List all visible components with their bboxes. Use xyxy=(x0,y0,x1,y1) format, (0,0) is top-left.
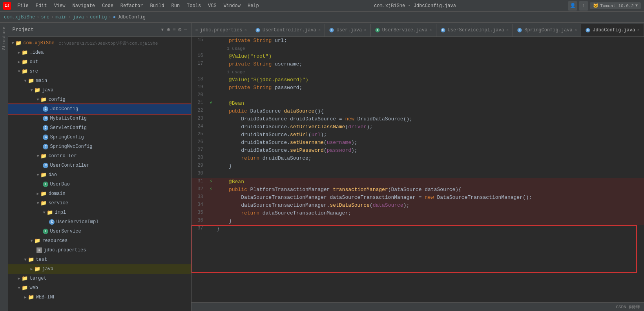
arrow-target xyxy=(18,276,20,281)
tab-user[interactable]: C User.java × xyxy=(325,24,370,36)
tree-resources[interactable]: 📁 resources xyxy=(8,236,191,246)
sidebar-settings-icon[interactable]: ⚙ xyxy=(178,26,181,33)
menu-bar[interactable]: File Edit View Navigate Code Refactor Bu… xyxy=(14,2,262,9)
project-tree[interactable]: 📁 com.xjBiShe C:\Users\17512\Desktop\毕设\… xyxy=(8,37,191,311)
tree-userdao[interactable]: I UserDao xyxy=(8,180,191,189)
sidebar-collapse-icon[interactable]: ≡ xyxy=(173,26,176,33)
tree-servletconfig[interactable]: C ServletConfig xyxy=(8,123,191,133)
tree-src[interactable]: 📁 src xyxy=(8,67,191,76)
code-line-29: 29 } xyxy=(192,162,644,170)
tomcat-badge[interactable]: 🐱 Tomcat 10.0.2 ▼ xyxy=(590,2,641,9)
sidebar-hide-icon[interactable]: − xyxy=(184,26,187,33)
code-line-21: 21 ⚡ @Bean xyxy=(192,100,644,107)
tree-test-java[interactable]: 📁 java xyxy=(8,264,191,274)
tab-jdbc-properties[interactable]: ≡ jdbc.properties × xyxy=(192,24,251,36)
tree-domain[interactable]: 📁 domain xyxy=(8,189,191,198)
menu-code[interactable]: Code xyxy=(99,2,117,9)
arrow-service xyxy=(36,201,39,206)
code-line-36: 36 } xyxy=(192,217,644,225)
tree-userservice[interactable]: I UserService xyxy=(8,227,191,236)
menu-run[interactable]: Run xyxy=(168,2,183,9)
breadcrumb-java[interactable]: java xyxy=(73,15,84,20)
menu-edit[interactable]: Edit xyxy=(33,2,50,9)
tree-main[interactable]: 📁 main xyxy=(8,76,191,85)
tree-webinf[interactable]: 📁 WEB-INF xyxy=(8,293,191,302)
tree-java[interactable]: 📁 java xyxy=(8,85,191,95)
sidebar-locate-icon[interactable]: ⊕ xyxy=(167,26,170,33)
menu-build[interactable]: Build xyxy=(147,2,167,9)
arrow-main xyxy=(24,79,26,83)
tab-close-userserviceimpl[interactable]: × xyxy=(506,28,509,33)
tree-jdbcproperties[interactable]: ≡ jdbc.properties xyxy=(8,246,191,255)
tree-test[interactable]: 📁 test xyxy=(8,255,191,264)
tree-mybatisconfig[interactable]: C MybatisConfig xyxy=(8,114,191,123)
tree-jdbcconfig[interactable]: C JdbcConfig xyxy=(8,104,191,114)
tree-springconfig[interactable]: C SpringConfig xyxy=(8,133,191,142)
arrow-domain xyxy=(36,191,39,196)
profile-icon[interactable]: 👤 xyxy=(568,1,577,11)
tree-dao[interactable]: 📁 dao xyxy=(8,170,191,180)
tab-user-label: User.java xyxy=(336,27,362,33)
menu-vcs[interactable]: VCS xyxy=(205,2,220,9)
tree-web[interactable]: 📁 web xyxy=(8,283,191,293)
breadcrumb-src[interactable]: src xyxy=(41,15,49,20)
code-editor[interactable]: 15 private String url; 1 usage 16 xyxy=(192,37,644,302)
breadcrumb-main[interactable]: main xyxy=(55,15,67,20)
breadcrumb-config[interactable]: config xyxy=(90,15,107,20)
menu-refactor[interactable]: Refactor xyxy=(117,2,146,9)
editor-tabs[interactable]: ≡ jdbc.properties × C UserController.jav… xyxy=(192,23,644,37)
tree-out[interactable]: 📁 out xyxy=(8,57,191,67)
menu-window[interactable]: Window xyxy=(221,2,244,9)
menu-help[interactable]: Help xyxy=(244,2,262,9)
tree-out-label: out xyxy=(29,59,38,65)
tree-controller[interactable]: 📁 controller xyxy=(8,151,191,161)
tree-userserviceimpl[interactable]: C UserServiceImpl xyxy=(8,217,191,227)
tree-usercontroller[interactable]: C UserController xyxy=(8,161,191,170)
tab-close-springconfig[interactable]: × xyxy=(575,28,577,33)
tree-service-label: service xyxy=(48,200,68,206)
menu-navigate[interactable]: Navigate xyxy=(69,2,98,9)
tab-close-jdbcconfig[interactable]: × xyxy=(637,28,640,33)
arrow-src xyxy=(18,69,20,74)
tab-jdbcconfig[interactable]: C JdbcConfig.java × xyxy=(581,24,644,36)
tree-target[interactable]: 📁 target xyxy=(8,274,191,283)
tree-service[interactable]: 📁 service xyxy=(8,198,191,208)
update-icon[interactable]: ↑ xyxy=(579,1,588,11)
class-icon-jdbcconfig: C xyxy=(43,106,48,112)
class-icon-servlet: C xyxy=(43,125,48,131)
structure-tab[interactable]: Structure xyxy=(0,23,8,311)
arrow-resources xyxy=(30,239,33,243)
tab-close-jdbc[interactable]: × xyxy=(244,28,247,33)
tree-idea[interactable]: 📁 .idea xyxy=(8,48,191,57)
class-icon-springmvc: C xyxy=(43,144,48,149)
tab-springconfig[interactable]: C SpringConfig.java × xyxy=(513,24,581,36)
tree-main-label: main xyxy=(36,78,47,84)
tab-userservice[interactable]: I UserService.java × xyxy=(371,24,436,36)
code-line-17: 17 private String username; xyxy=(192,60,644,68)
tree-root[interactable]: 📁 com.xjBiShe C:\Users\17512\Desktop\毕设\… xyxy=(8,38,191,48)
menu-tools[interactable]: Tools xyxy=(184,2,204,9)
tree-impl[interactable]: 📁 impl xyxy=(8,208,191,217)
menu-file[interactable]: File xyxy=(14,2,32,9)
tab-usercontroller-label: UserController.java xyxy=(263,27,316,33)
tab-userserviceimpl[interactable]: C UserServiceImpl.java × xyxy=(436,24,513,36)
tab-usercontroller[interactable]: C UserController.java × xyxy=(251,24,325,36)
menu-view[interactable]: View xyxy=(51,2,69,9)
tab-close-usercontroller[interactable]: × xyxy=(318,28,321,33)
tab-close-user[interactable]: × xyxy=(364,28,367,33)
breadcrumb-project[interactable]: com.xjBiShe xyxy=(4,15,35,20)
main-layout: Structure Project ▼ ⊕ ≡ ⚙ − 📁 com.xjBiSh… xyxy=(0,23,644,311)
tree-mybatisconfig-label: MybatisConfig xyxy=(50,116,87,121)
code-line-31: 31 ⚡ @Bean xyxy=(192,178,644,186)
status-right: CSDN @待详 xyxy=(616,304,640,310)
code-line-33: 33 DataSourceTransactionManager dataSour… xyxy=(192,194,644,202)
tree-springmvcconfig[interactable]: C SpringMvcConfig xyxy=(8,142,191,151)
sidebar-toolbar[interactable]: ⊕ ≡ ⚙ − xyxy=(167,26,187,33)
code-line-32: 32 ⚡ public PlatformTransactionManager t… xyxy=(192,186,644,194)
editor-area: ≡ jdbc.properties × C UserController.jav… xyxy=(192,23,644,311)
tab-icon-user: C xyxy=(330,28,334,32)
interface-icon-userdao: I xyxy=(43,182,48,187)
tab-icon-jdbcconfig: C xyxy=(586,28,590,32)
tab-close-userservice[interactable]: × xyxy=(429,28,432,33)
tree-config[interactable]: 📁 config xyxy=(8,95,191,104)
